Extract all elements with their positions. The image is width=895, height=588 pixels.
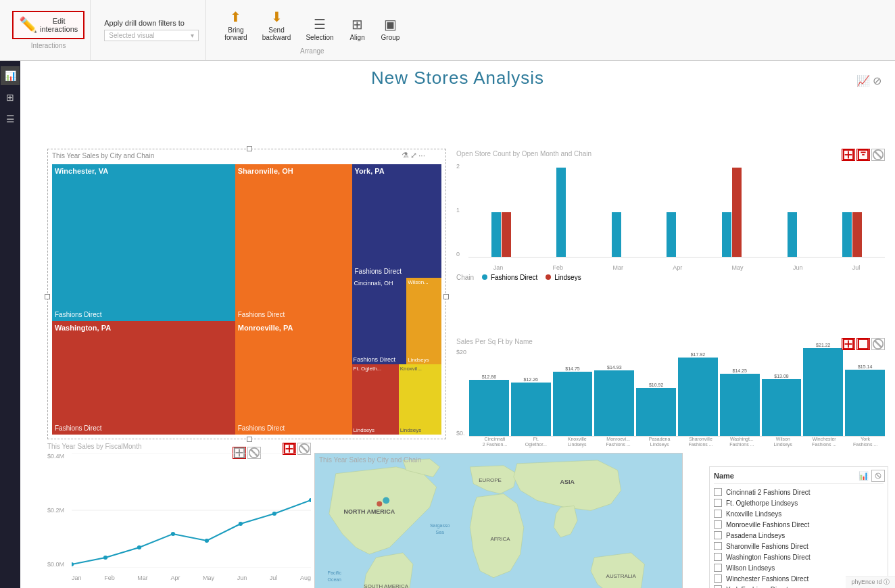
filter-item-7[interactable]: Wilson Lindseys [714, 562, 884, 573]
treemap-handle-right[interactable] [443, 294, 449, 299]
canvas-chart-icon[interactable]: 📈 [856, 74, 870, 87]
sqft-x-york: YorkFashions ... [846, 437, 885, 447]
sqft-bar-knoxville: $14.75 [553, 366, 593, 436]
filter-checkbox-8[interactable] [714, 574, 722, 583]
sqft-bar-cincinnati-2: $12.86 [469, 374, 509, 436]
line-y-02m: $0.2M [47, 507, 72, 514]
filter-checkbox-6[interactable] [714, 553, 722, 561]
filter-panel-controls: 📊 [856, 470, 885, 482]
svg-point-31 [103, 556, 107, 560]
filter-item-3[interactable]: Monroeville Fashions Direct [714, 519, 884, 530]
selected-visual-dropdown[interactable]: Selected visual ▾ [104, 30, 199, 41]
filter-panel: 📊 Name ⌄ Cincinnati 2 Fashions Direct Ft… [709, 466, 888, 588]
map-label-australia: AUSTRALIA [606, 573, 637, 579]
filter-item-1[interactable]: Ft. Oglethorpe Lindseys [714, 497, 884, 508]
toolbar: ✏️ Edit interactions Interactions Apply … [0, 0, 895, 61]
sqft-x-labels: Cincinnati2 Fashion... Ft.Oglethor... Kn… [475, 437, 885, 447]
bring-forward-icon: ⬆ [230, 9, 241, 25]
svg-line-40 [876, 474, 880, 478]
align-label: Align [349, 34, 364, 41]
sidebar-icon-list[interactable]: ☰ [1, 109, 20, 128]
filter-checkbox-7[interactable] [714, 564, 722, 572]
line-y-00m: $0.0M [47, 561, 72, 568]
sidebar-icon-chart[interactable]: 📊 [1, 66, 20, 85]
send-backward-icon: ⬇ [271, 9, 283, 25]
treemap-expand-icon[interactable]: ⤢ [410, 151, 417, 160]
filter-item-5[interactable]: Sharonville Fashions Direct [714, 541, 884, 552]
line-chart-area: $0.4M $0.2M $0.0M Jan [47, 453, 311, 581]
tm-wilson-city: Wilson... [406, 278, 441, 287]
tm-monroeville-city: Monroeville, PA [235, 321, 352, 335]
filter-checkbox-1[interactable] [714, 499, 722, 507]
tm-cell-wilson: Wilson... Lindseys [406, 278, 441, 364]
tm-cell-knoxville: Knoxvil... Lindseys [399, 364, 441, 435]
selection-button[interactable]: ☰ Selection [301, 13, 338, 45]
map-label-europe: EUROPE [479, 477, 502, 483]
lc-x-aug: Aug [300, 574, 311, 581]
filter-item-2[interactable]: Knoxville Lindseys [714, 508, 884, 519]
x-may: May [732, 264, 744, 271]
apply-drill-section: Apply drill down filters to Selected vis… [97, 0, 206, 60]
sqft-filter-button[interactable] [856, 338, 870, 350]
sqft-drill-button[interactable] [842, 338, 855, 350]
filter-item-0[interactable]: Cincinnati 2 Fashions Direct [714, 487, 884, 497]
treemap-filter-icon[interactable]: ⚗ [402, 151, 409, 160]
filter-checkbox-5[interactable] [714, 542, 722, 550]
group-button[interactable]: ▣ Group [377, 13, 405, 45]
filter-label-5: Sharonville Fashions Direct [726, 543, 808, 550]
interactions-section-label: Interactions [31, 42, 66, 49]
legend-lindseys-label: Lindseys [554, 274, 581, 281]
treemap-handle-bottom[interactable] [247, 437, 252, 442]
filter-checkbox-3[interactable] [714, 520, 722, 529]
map-svg: NORTH AMERICA SOUTH AMERICA EUROPE AFRIC… [315, 454, 682, 588]
tm-cincinnati-chain: Fashions Direct [354, 356, 396, 363]
x-jun: Jun [793, 264, 803, 271]
y-label-0: 0 [456, 251, 464, 258]
filter-checkbox-4[interactable] [714, 531, 722, 539]
treemap-more-icon[interactable]: ··· [418, 151, 425, 160]
sqft-x-sharonville: SharonvilleFashions ... [681, 437, 721, 447]
send-backward-button[interactable]: ⬇ Send backward [258, 5, 296, 45]
bring-forward-label: Bring forward [224, 26, 247, 41]
x-jan: Jan [493, 264, 504, 271]
canvas-no-icon[interactable]: ⊘ [873, 74, 881, 87]
line-chart-y-axis: $0.4M $0.2M $0.0M [47, 453, 72, 568]
svg-point-34 [205, 539, 209, 543]
x-feb: Feb [553, 264, 564, 271]
bar-jul-lindseys [852, 212, 862, 257]
filter-checkbox-9[interactable] [714, 585, 722, 588]
bar-chart-1-legend: Chain Fashions Direct Lindseys [456, 274, 885, 281]
svg-line-26 [301, 445, 308, 453]
filter-checkbox-0[interactable] [714, 488, 722, 496]
treemap-handle-top[interactable] [247, 146, 252, 151]
bar-chart-1-drill-button[interactable] [842, 149, 855, 161]
map-title: This Year Sales by City and Chain [319, 456, 421, 464]
sidebar-icon-grid[interactable]: ⊞ [1, 88, 20, 107]
bring-forward-button[interactable]: ⬆ Bring forward [220, 5, 251, 45]
treemap-container[interactable]: This Year Sales by City and Chain ⚗ ⤢ ··… [47, 149, 446, 439]
filter-label-4: Pasadena Lindseys [726, 532, 785, 539]
dropdown-chevron-icon: ▾ [191, 32, 194, 39]
edit-interactions-button[interactable]: ✏️ Edit interactions [12, 11, 84, 39]
filter-item-6[interactable]: Washington Fashions Direct [714, 552, 884, 562]
filter-panel-no-filter[interactable] [871, 470, 885, 482]
filter-item-4[interactable]: Pasadena Lindseys [714, 530, 884, 541]
filter-checkbox-2[interactable] [714, 510, 722, 518]
sqft-no-filter-button[interactable] [871, 338, 885, 350]
align-button[interactable]: ⊞ Align [344, 13, 371, 45]
treemap-handle-left[interactable] [45, 294, 50, 299]
bar-chart-1-no-filter-button[interactable] [871, 149, 885, 161]
selection-label: Selection [306, 34, 333, 41]
sqft-x-ft-oglethorpe: Ft.Oglethor... [516, 437, 556, 447]
sqft-bar-washington: $14.25 [720, 368, 760, 436]
tm-ftogleth-chain: Lindseys [354, 427, 375, 433]
sqft-y-top: $20 [456, 349, 466, 356]
tm-monroeville-chain: Fashions Direct [238, 424, 285, 432]
bar-mar-fashions [612, 212, 621, 257]
bar-jan-fashions [491, 212, 501, 257]
filter-label-1: Ft. Oglethorpe Lindseys [726, 499, 798, 507]
filter-panel-chart-icon[interactable]: 📊 [856, 470, 870, 482]
bar-chart-1-filter-button[interactable] [856, 149, 870, 161]
sqft-chart-controls [842, 338, 885, 350]
line-y-04m: $0.4M [47, 453, 72, 460]
